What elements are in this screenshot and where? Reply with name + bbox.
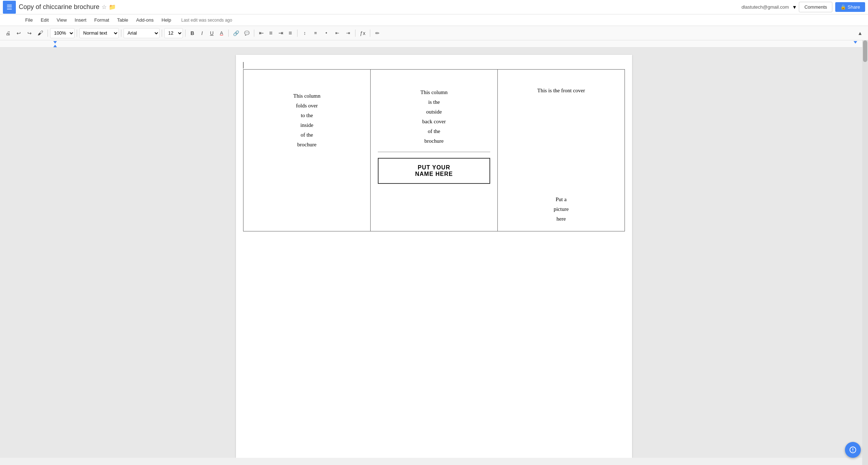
bold-button[interactable]: B — [188, 28, 197, 38]
brochure-row: This columnfolds overto theinsideof theb… — [243, 70, 625, 231]
menu-file[interactable]: File — [22, 16, 36, 24]
column-2-top-text: This columnis theoutsideback coverof the… — [378, 77, 490, 146]
menu-view[interactable]: View — [53, 16, 70, 24]
column-1-text: This columnfolds overto theinsideof theb… — [251, 77, 363, 150]
separator-9 — [355, 30, 355, 37]
menu-insert[interactable]: Insert — [71, 16, 90, 24]
menu-bar: File Edit View Insert Format Table Add-o… — [0, 14, 868, 26]
comments-button[interactable]: Comments — [799, 2, 832, 12]
document-title[interactable]: Copy of chiccarine brochure — [19, 3, 99, 11]
doc-title-row: Copy of chiccarine brochure ☆ 📁 — [19, 3, 742, 11]
hamburger-icon: ☰ — [6, 3, 12, 11]
menu-format[interactable]: Format — [91, 16, 113, 24]
column-2-cell[interactable]: This columnis theoutsideback coverof the… — [371, 70, 498, 231]
column-2-divider — [378, 152, 490, 152]
text-color-button[interactable]: A — [217, 28, 226, 38]
separator-6 — [228, 30, 229, 37]
page: This columnfolds overto theinsideof theb… — [236, 55, 632, 458]
numbered-list-button[interactable]: ≡ — [310, 28, 321, 38]
link-button[interactable]: 🔗 — [231, 28, 241, 38]
separator-1 — [48, 30, 48, 37]
right-margin-marker[interactable] — [854, 41, 857, 44]
underline-button[interactable]: U — [207, 28, 216, 38]
font-select[interactable]: Arial — [124, 28, 160, 38]
separator-2 — [77, 30, 77, 37]
separator-7 — [254, 30, 254, 37]
app-menu-button[interactable]: ☰ — [3, 1, 16, 14]
ruler — [0, 40, 868, 48]
separator-10 — [370, 30, 370, 37]
column-3-cell[interactable]: This is the front cover Put apicturehere — [498, 70, 625, 231]
menu-table[interactable]: Table — [113, 16, 132, 24]
alignment-group: ⇤ ≡ ⇥ ≡ — [256, 28, 295, 38]
lock-icon: 🔒 — [840, 4, 846, 10]
share-button[interactable]: 🔒 Share — [835, 2, 865, 12]
align-left-button[interactable]: ⇤ — [256, 28, 266, 38]
formatting-group: B I U A — [188, 28, 226, 38]
collapse-toolbar-button[interactable]: ▲ — [855, 28, 865, 38]
separator-5 — [185, 30, 185, 37]
folder-icon[interactable]: 📁 — [109, 4, 116, 10]
star-icon[interactable]: ☆ — [102, 4, 107, 10]
formula-button[interactable]: ƒx — [358, 28, 368, 38]
left-indent-marker[interactable] — [53, 45, 57, 47]
line-spacing-button[interactable]: ↕ — [300, 28, 310, 38]
bullet-list-button[interactable]: • — [321, 28, 331, 38]
share-label: Share — [847, 4, 860, 10]
text-cursor — [243, 62, 243, 68]
column-3-front-cover-text: This is the front cover — [505, 77, 617, 94]
redo-button[interactable]: ↪ — [24, 28, 35, 38]
name-line-1: PUT YOUR — [418, 164, 450, 170]
brochure-table: This columnfolds overto theinsideof theb… — [243, 69, 625, 231]
menu-addons[interactable]: Add-ons — [133, 16, 157, 24]
pen-button[interactable]: ✏ — [372, 28, 382, 38]
last-edit-status: Last edit was seconds ago — [181, 18, 232, 23]
assistant-button[interactable] — [845, 442, 861, 458]
top-bar: ☰ Copy of chiccarine brochure ☆ 📁 dlastu… — [0, 0, 868, 14]
left-margin-marker[interactable] — [53, 41, 57, 44]
assistant-icon — [849, 446, 857, 454]
italic-button[interactable]: I — [197, 28, 207, 38]
comment-button[interactable]: 💬 — [242, 28, 252, 38]
print-button[interactable]: 🖨 — [3, 28, 13, 38]
name-box[interactable]: PUT YOUR NAME HERE — [378, 158, 490, 184]
align-right-button[interactable]: ⇥ — [276, 28, 285, 38]
paint-format-button[interactable]: 🖌 — [35, 28, 45, 38]
font-size-select[interactable]: 12 — [164, 28, 183, 38]
column-3-picture-text: Put apicturehere — [505, 94, 617, 224]
separator-3 — [121, 30, 121, 37]
user-email[interactable]: dlastutech@gmail.com — [742, 4, 789, 10]
column-1-cell[interactable]: This columnfolds overto theinsideof theb… — [243, 70, 371, 231]
user-dropdown-arrow[interactable]: ▾ — [793, 4, 796, 10]
scrollbar-track[interactable] — [862, 40, 868, 465]
increase-indent-button[interactable]: ⇥ — [343, 28, 353, 38]
toolbar: 🖨 ↩ ↪ 🖌 100% Normal text Arial 12 B I U … — [0, 26, 868, 40]
ruler-inner — [22, 40, 861, 47]
scrollbar-thumb[interactable] — [863, 40, 867, 62]
top-right-area: dlastutech@gmail.com ▾ Comments 🔒 Share — [742, 2, 865, 12]
decrease-indent-button[interactable]: ⇤ — [332, 28, 342, 38]
menu-edit[interactable]: Edit — [37, 16, 52, 24]
align-center-button[interactable]: ≡ — [266, 28, 276, 38]
separator-4 — [162, 30, 162, 37]
document-area[interactable]: This columnfolds overto theinsideof theb… — [0, 48, 868, 458]
doc-title-area: Copy of chiccarine brochure ☆ 📁 — [19, 3, 742, 11]
align-justify-button[interactable]: ≡ — [286, 28, 295, 38]
undo-button[interactable]: ↩ — [14, 28, 24, 38]
menu-help[interactable]: Help — [158, 16, 175, 24]
separator-8 — [297, 30, 297, 37]
name-line-2: NAME HERE — [415, 171, 453, 177]
style-select[interactable]: Normal text — [79, 28, 119, 38]
zoom-select[interactable]: 100% — [50, 28, 75, 38]
